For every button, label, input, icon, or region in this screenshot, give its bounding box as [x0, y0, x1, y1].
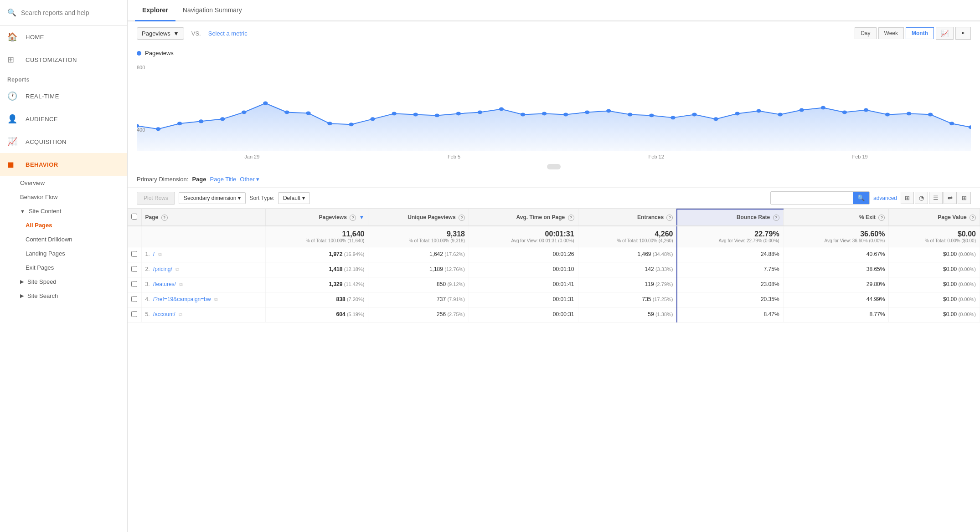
- table-search-button[interactable]: 🔍: [853, 192, 869, 204]
- row-checkbox-cell[interactable]: [128, 307, 141, 322]
- unique-pv-help-icon[interactable]: ?: [459, 215, 465, 221]
- bounce-rate-help-icon[interactable]: ?: [773, 215, 779, 221]
- copy-icon-3[interactable]: ⧉: [214, 297, 218, 302]
- sidebar-item-customization[interactable]: ⊞ CUSTOMIZATION: [0, 48, 127, 71]
- line-chart-btn[interactable]: 📈: [936, 27, 954, 40]
- view-pivot-btn[interactable]: ⊞: [958, 192, 971, 204]
- row-checkbox-cell[interactable]: [128, 262, 141, 277]
- tab-explorer[interactable]: Explorer: [135, 0, 175, 21]
- sidebar-item-audience[interactable]: 👤 AUDIENCE: [0, 107, 127, 130]
- secondary-dimension-selector[interactable]: Secondary dimension ▾: [179, 192, 246, 204]
- sidebar-item-all-pages[interactable]: All Pages: [0, 218, 127, 232]
- sidebar-item-home[interactable]: 🏠 HOME: [0, 26, 127, 48]
- advanced-link[interactable]: advanced: [873, 195, 897, 201]
- select-all-checkbox-cell[interactable]: [128, 209, 141, 226]
- col-pct-exit: % Exit ?: [783, 209, 889, 226]
- chart-area: Pageviews 800 400: [128, 45, 980, 171]
- table-search-input[interactable]: [771, 193, 853, 204]
- view-grid-btn[interactable]: ⊞: [901, 192, 914, 204]
- view-pie-btn[interactable]: ◔: [915, 192, 928, 204]
- time-btn-month[interactable]: Month: [906, 27, 934, 39]
- sidebar-item-behavior[interactable]: ◼ BEHAVIOR: [0, 153, 127, 176]
- sidebar-item-acquisition[interactable]: 📈 ACQUISITION: [0, 130, 127, 153]
- table-search-field[interactable]: 🔍: [770, 191, 870, 205]
- sidebar-item-site-content[interactable]: ▼ Site Content: [0, 204, 127, 218]
- scroll-handle-btn[interactable]: [547, 164, 561, 169]
- search-box[interactable]: 🔍: [0, 0, 127, 26]
- select-metric-link[interactable]: Select a metric: [208, 30, 248, 37]
- metric-label: Pageviews: [142, 30, 170, 37]
- tab-navigation-summary[interactable]: Navigation Summary: [175, 0, 249, 21]
- avg-time-help-icon[interactable]: ?: [568, 215, 574, 221]
- dim-page-title-link[interactable]: Page Title: [210, 176, 237, 183]
- sidebar-item-overview[interactable]: Overview: [0, 176, 127, 190]
- row-checkbox-cell[interactable]: [128, 277, 141, 292]
- pct-exit-help-icon[interactable]: ?: [878, 215, 885, 221]
- sidebar-item-content-drilldown[interactable]: Content Drilldown: [0, 232, 127, 246]
- pageviews-help-icon[interactable]: ?: [350, 215, 356, 221]
- sidebar-item-audience-label: AUDIENCE: [26, 116, 58, 123]
- row-value-3: $0.00 (0.00%): [889, 292, 980, 307]
- metric-row: Pageviews ▼ VS. Select a metric Day Week…: [128, 21, 980, 45]
- view-compare-btn[interactable]: ⇌: [944, 192, 957, 204]
- copy-icon-4[interactable]: ⧉: [179, 312, 182, 317]
- row-bounce-4: 8.47%: [677, 307, 783, 322]
- col-pageviews: Pageviews ? ▼: [266, 209, 368, 226]
- sidebar-item-realtime-label: REAL-TIME: [26, 93, 59, 100]
- copy-icon-2[interactable]: ⧉: [179, 281, 183, 287]
- svg-point-25: [671, 116, 675, 119]
- sidebar-item-exit-pages[interactable]: Exit Pages: [0, 261, 127, 275]
- search-input[interactable]: [21, 9, 120, 16]
- row-page-link-1[interactable]: /pricing/: [153, 266, 172, 272]
- row-checkbox-cell[interactable]: [128, 247, 141, 262]
- x-label-4: Feb 19: [852, 154, 867, 159]
- row-checkbox-4[interactable]: [131, 311, 137, 317]
- select-all-checkbox[interactable]: [131, 214, 137, 220]
- scatter-chart-btn[interactable]: ⚬: [955, 27, 971, 40]
- table-container: Page ? Pageviews ? ▼ Unique Pageviews ? …: [128, 209, 980, 322]
- time-btn-week[interactable]: Week: [878, 27, 904, 39]
- sidebar-item-realtime[interactable]: 🕐 REAL-TIME: [0, 85, 127, 107]
- row-checkbox-cell[interactable]: [128, 292, 141, 307]
- row-checkbox-0[interactable]: [131, 251, 137, 257]
- legend-label: Pageviews: [145, 50, 174, 56]
- row-entrances-1: 142 (3.33%): [578, 262, 677, 277]
- copy-icon-0[interactable]: ⧉: [158, 251, 162, 257]
- svg-point-31: [799, 108, 804, 112]
- time-btn-day[interactable]: Day: [855, 27, 876, 39]
- vs-text: VS.: [191, 30, 201, 37]
- row-page-link-4[interactable]: /account/: [153, 311, 175, 317]
- row-checkbox-2[interactable]: [131, 281, 137, 287]
- view-bar-btn[interactable]: ☰: [929, 192, 943, 204]
- row-page-link-2[interactable]: /features/: [153, 281, 176, 287]
- row-bounce-3: 20.35%: [677, 292, 783, 307]
- row-exit-1: 38.65%: [783, 262, 889, 277]
- sidebar-item-site-search[interactable]: ▶ Site Search: [0, 289, 127, 303]
- dim-page-link[interactable]: Page: [192, 176, 206, 183]
- table-row: 2. /pricing/ ⧉ 1,418 (12.18%) 1,189 (12.…: [128, 262, 980, 277]
- row-page-link-0[interactable]: /: [153, 251, 155, 257]
- col-page: Page ?: [141, 209, 266, 226]
- sort-type-selector[interactable]: Default ▾: [278, 192, 310, 204]
- row-page-link-3[interactable]: /?ref=19&campaign=bw: [153, 296, 211, 302]
- sidebar-item-behavior-flow[interactable]: Behavior Flow: [0, 190, 127, 204]
- sidebar-item-site-speed[interactable]: ▶ Site Speed: [0, 275, 127, 289]
- y-label-top: 800: [137, 65, 145, 70]
- row-unique-2: 850 (9.12%): [368, 277, 469, 292]
- row-checkbox-1[interactable]: [131, 266, 137, 272]
- metric-selector[interactable]: Pageviews ▼: [137, 27, 184, 40]
- page-value-help-icon[interactable]: ?: [970, 215, 976, 221]
- entrances-help-icon[interactable]: ?: [666, 215, 673, 221]
- customization-icon: ⊞: [7, 55, 20, 65]
- row-pageviews-0: 1,972 (16.94%): [266, 247, 368, 262]
- total-bounce-cell: 22.79% Avg for View: 22.79% (0.00%): [677, 226, 783, 247]
- page-help-icon[interactable]: ?: [161, 215, 168, 221]
- plot-rows-button[interactable]: Plot Rows: [137, 192, 175, 205]
- sidebar-item-landing-pages[interactable]: Landing Pages: [0, 246, 127, 261]
- svg-point-23: [628, 113, 632, 116]
- dim-other-link[interactable]: Other ▾: [240, 176, 259, 183]
- row-checkbox-3[interactable]: [131, 296, 137, 302]
- site-search-arrow: ▶: [20, 293, 24, 299]
- col-page-value: Page Value ?: [889, 209, 980, 226]
- copy-icon-1[interactable]: ⧉: [175, 266, 179, 272]
